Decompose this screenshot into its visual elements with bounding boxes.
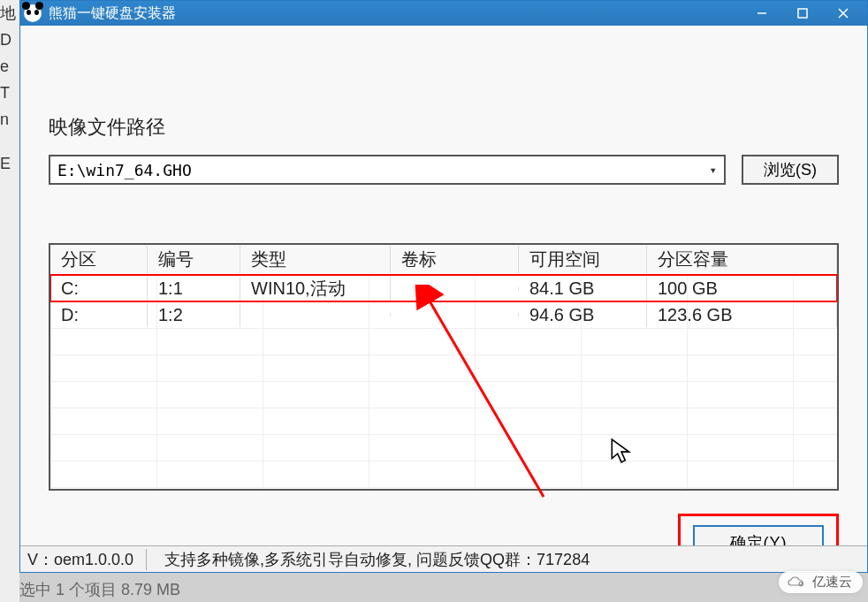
status-note: 支持多种镜像,多系统引导自动修复, 问题反馈QQ群：717284 — [164, 549, 590, 570]
image-path-dropdown[interactable]: E:\win7_64.GHO ▾ — [49, 155, 726, 185]
col-number: 编号 — [148, 246, 240, 273]
table-header: 分区 编号 类型 卷标 可用空间 分区容量 — [50, 245, 837, 275]
col-label: 卷标 — [391, 246, 519, 273]
image-path-value: E:\win7_64.GHO — [57, 161, 192, 179]
col-free: 可用空间 — [519, 246, 647, 273]
col-type: 类型 — [240, 246, 391, 273]
installer-window: 熊猫一键硬盘安装器 映像文件路径 E:\win7_64.GHO ▾ 浏览(S) … — [19, 0, 868, 573]
partition-table: 分区 编号 类型 卷标 可用空间 分区容量 C: 1:1 WIN10,活动 84… — [49, 243, 839, 491]
browse-button[interactable]: 浏览(S) — [742, 155, 839, 185]
statusbar: V：oem1.0.0.0 支持多种镜像,多系统引导自动修复, 问题反馈QQ群：7… — [20, 545, 867, 572]
chevron-down-icon: ▾ — [710, 163, 717, 177]
background-status: 选中 1 个项目 8.79 MB — [19, 579, 180, 600]
col-partition: 分区 — [50, 246, 148, 273]
app-title: 熊猫一键硬盘安装器 — [49, 4, 176, 23]
minimize-button[interactable] — [742, 1, 782, 26]
table-row[interactable]: D: 1:2 94.6 GB 123.6 GB — [50, 301, 837, 328]
image-path-label: 映像文件路径 — [49, 114, 839, 141]
table-row[interactable]: C: 1:1 WIN10,活动 84.1 GB 100 GB — [50, 275, 837, 301]
watermark-text: 亿速云 — [812, 574, 852, 591]
background-window-edge: 地 D e T n E — [0, 0, 19, 602]
watermark: 亿速云 — [779, 571, 863, 593]
panda-icon — [24, 4, 42, 22]
maximize-button[interactable] — [782, 1, 823, 26]
col-capacity: 分区容量 — [647, 246, 837, 273]
version-text: V：oem1.0.0.0 — [27, 549, 147, 570]
svg-rect-1 — [798, 9, 807, 18]
titlebar: 熊猫一键硬盘安装器 — [20, 1, 867, 26]
close-button[interactable] — [823, 1, 864, 26]
